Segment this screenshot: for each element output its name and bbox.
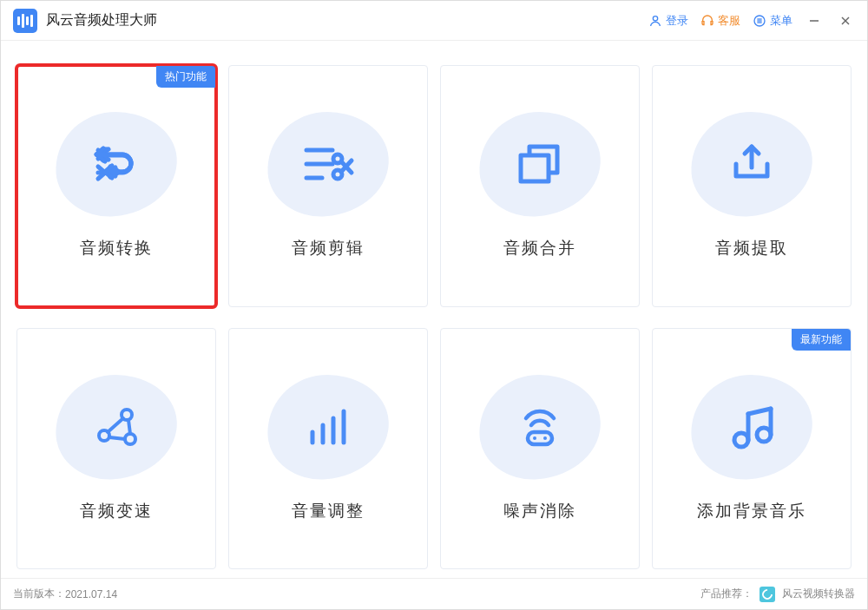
extract-icon bbox=[721, 134, 782, 194]
version-value: 2021.07.14 bbox=[65, 588, 117, 600]
app-title: 风云音频处理大师 bbox=[46, 11, 157, 30]
speed-icon bbox=[86, 397, 147, 457]
card-noise-remove[interactable]: 噪声消除 bbox=[440, 328, 640, 570]
convert-icon bbox=[86, 134, 147, 194]
login-button[interactable]: 登录 bbox=[648, 13, 688, 29]
card-audio-extract[interactable]: 音频提取 bbox=[652, 65, 852, 307]
svg-line-22 bbox=[128, 420, 130, 434]
svg-line-20 bbox=[108, 418, 123, 432]
support-button[interactable]: 客服 bbox=[700, 13, 740, 29]
recommend-label: 产品推荐： bbox=[700, 587, 753, 601]
cut-icon bbox=[298, 134, 358, 194]
svg-point-29 bbox=[543, 436, 547, 440]
svg-point-28 bbox=[533, 436, 536, 440]
card-label: 添加背景音乐 bbox=[697, 500, 806, 522]
card-label: 噪声消除 bbox=[503, 500, 576, 522]
card-label: 音频剪辑 bbox=[292, 237, 365, 259]
card-volume-adjust[interactable]: 音量调整 bbox=[228, 328, 428, 570]
svg-line-21 bbox=[109, 437, 125, 439]
menu-icon bbox=[753, 14, 766, 28]
app-logo-icon bbox=[13, 9, 37, 33]
card-label: 音量调整 bbox=[292, 500, 365, 522]
card-bg-music[interactable]: 最新功能 添加背景音乐 bbox=[652, 328, 852, 570]
titlebar-actions: 登录 客服 菜单 bbox=[648, 11, 855, 30]
minimize-button[interactable] bbox=[805, 11, 824, 30]
recommend-logo-icon bbox=[760, 587, 775, 602]
menu-button[interactable]: 菜单 bbox=[753, 13, 792, 29]
card-audio-speed[interactable]: 音频变速 bbox=[16, 328, 216, 570]
card-label: 音频提取 bbox=[715, 237, 788, 259]
card-audio-cut[interactable]: 音频剪辑 bbox=[228, 65, 428, 307]
close-button[interactable] bbox=[836, 11, 855, 30]
svg-rect-15 bbox=[521, 155, 549, 181]
card-label: 音频合并 bbox=[503, 237, 576, 259]
recommend-link[interactable]: 风云视频转换器 bbox=[782, 587, 855, 601]
card-label: 音频转换 bbox=[80, 237, 153, 259]
feature-grid: 热门功能 bbox=[1, 41, 867, 578]
card-label: 音频变速 bbox=[80, 500, 153, 522]
headset-icon bbox=[700, 14, 714, 28]
svg-line-34 bbox=[748, 409, 771, 414]
merge-icon bbox=[510, 134, 570, 194]
version-label: 当前版本： bbox=[13, 587, 65, 601]
svg-rect-27 bbox=[528, 432, 552, 444]
user-icon bbox=[648, 14, 662, 28]
card-audio-merge[interactable]: 音频合并 bbox=[440, 65, 640, 307]
music-icon bbox=[721, 397, 782, 457]
noise-icon bbox=[510, 397, 570, 457]
svg-point-0 bbox=[653, 16, 657, 20]
new-badge: 最新功能 bbox=[792, 329, 851, 351]
footer: 当前版本： 2021.07.14 产品推荐： 风云视频转换器 bbox=[1, 578, 867, 609]
hot-badge: 热门功能 bbox=[156, 66, 215, 88]
titlebar: 风云音频处理大师 登录 客服 菜单 bbox=[1, 1, 867, 41]
volume-icon bbox=[298, 397, 358, 457]
card-audio-convert[interactable]: 热门功能 bbox=[16, 65, 216, 307]
